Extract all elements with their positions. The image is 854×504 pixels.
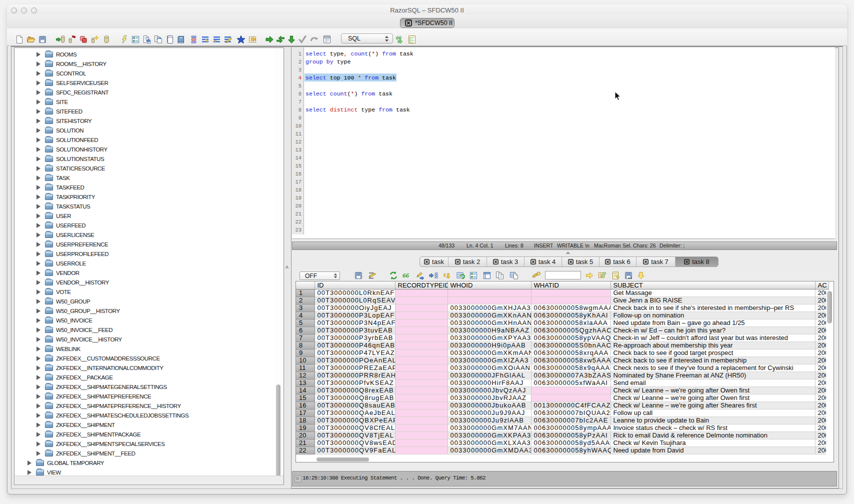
svg-text:66: 66 xyxy=(396,35,402,40)
svg-text:66: 66 xyxy=(402,272,410,279)
